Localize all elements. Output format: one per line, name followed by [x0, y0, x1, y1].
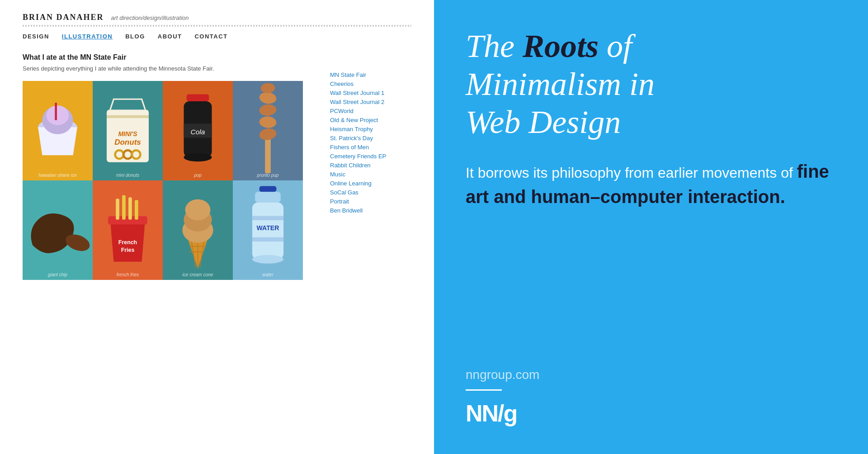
sidebar-nav: MN State Fair Cheerios Wall Street Journ… [330, 53, 411, 280]
sidebar-link-online-learning[interactable]: Online Learning [330, 180, 411, 187]
nav-about[interactable]: ABOUT [158, 33, 182, 40]
sidebar-link-st-patricks[interactable]: St. Patrick's Day [330, 135, 411, 142]
sidebar-link-cemetery[interactable]: Cemetery Friends EP [330, 153, 411, 160]
caption-7: ice cream cone [163, 272, 233, 277]
sidebar-link-wsj1[interactable]: Wall Street Journal 1 [330, 90, 411, 96]
sidebar-link-heisman[interactable]: Heisman Trophy [330, 126, 411, 132]
food-cola: Cola [163, 81, 233, 180]
grid-cell-2: MINI'S Donuts mini donuts [93, 81, 163, 180]
sidebar-link-old-new[interactable]: Old & New Project [330, 117, 411, 123]
svg-rect-27 [122, 195, 126, 220]
title-the: The [466, 28, 523, 64]
svg-rect-43 [252, 237, 283, 241]
food-fries: French Fries [93, 180, 163, 280]
section-desc: Series depicting everything I ate while … [23, 65, 312, 72]
site-name: BRIAN DANAHER [23, 13, 104, 22]
food-water: WATER [233, 180, 303, 280]
svg-rect-23 [108, 216, 147, 225]
sidebar-link-wsj2[interactable]: Wall Street Journal 2 [330, 99, 411, 105]
nav-blog[interactable]: BLOG [125, 33, 145, 40]
food-donuts: MINI'S Donuts [93, 81, 163, 180]
main-content: What I ate at the MN State Fair Series d… [23, 53, 312, 280]
food-ice-cream [163, 180, 233, 280]
svg-point-45 [252, 255, 283, 264]
svg-point-19 [259, 104, 277, 116]
body-text-1: It borrows its philosophy from earlier m… [466, 165, 797, 181]
caption-3: pop [163, 173, 233, 178]
food-shave-ice [23, 81, 93, 180]
caption-4: pronto pup [233, 173, 303, 178]
svg-point-21 [260, 83, 275, 94]
main-nav: DESIGN ILLUSTRATION BLOG ABOUT CONTACT [23, 33, 411, 40]
sidebar-link-pcworld[interactable]: PCWorld [330, 108, 411, 114]
caption-1: hawaiian shave ice [23, 173, 93, 178]
svg-rect-16 [265, 138, 271, 174]
section-title: What I ate at the MN State Fair [23, 53, 312, 61]
content-area: What I ate at the MN State Fair Series d… [0, 53, 434, 280]
site-title-row: BRIAN DANAHER art direction/design/illus… [23, 13, 411, 22]
svg-rect-11 [187, 94, 209, 101]
svg-rect-29 [135, 200, 138, 219]
grid-cell-6: French Fries french fries [93, 180, 163, 280]
caption-6: french fries [93, 272, 163, 277]
nav-design[interactable]: DESIGN [23, 33, 49, 40]
caption-8: water [233, 272, 303, 277]
site-tagline: art direction/design/illustration [111, 14, 189, 21]
svg-point-2 [47, 105, 69, 125]
svg-point-20 [259, 91, 277, 105]
article-footer: nngroup.com NN/g [466, 368, 836, 427]
footer-divider [466, 389, 502, 391]
svg-text:Cola: Cola [191, 128, 205, 136]
sidebar-link-portrait[interactable]: Portrait [330, 198, 411, 205]
caption-2: mini donuts [93, 173, 163, 178]
grid-cell-4: pronto pup [233, 81, 303, 180]
grid-cell-3: Cola pop [163, 81, 233, 180]
svg-point-38 [185, 199, 211, 221]
svg-point-18 [259, 116, 277, 128]
sidebar-link-ben[interactable]: Ben Bridwell [330, 207, 411, 214]
sidebar-link-rabbit[interactable]: Rabbit Children [330, 162, 411, 169]
svg-point-15 [184, 153, 212, 162]
nav-illustration[interactable]: ILLUSTRATION [62, 33, 113, 40]
svg-rect-5 [107, 115, 149, 118]
svg-rect-39 [259, 186, 277, 192]
svg-rect-3 [55, 103, 57, 120]
image-grid: hawaiian shave ice MINI'S Donuts [23, 81, 303, 280]
sidebar-link-mn-state-fair[interactable]: MN State Fair [330, 71, 411, 78]
sidebar-link-music[interactable]: Music [330, 171, 411, 178]
header-divider [23, 25, 411, 27]
right-panel: The Roots ofMinimalism inWeb Design It b… [434, 0, 868, 454]
svg-rect-40 [255, 192, 281, 203]
sidebar-link-socal[interactable]: SoCal Gas [330, 189, 411, 196]
sidebar-link-fishers[interactable]: Fishers of Men [330, 144, 411, 151]
sidebar-link-cheerios[interactable]: Cheerios [330, 80, 411, 87]
svg-rect-28 [128, 197, 132, 220]
food-chip [23, 180, 93, 280]
left-panel: BRIAN DANAHER art direction/design/illus… [0, 0, 434, 454]
nngroup-logo: NN/g [466, 400, 836, 427]
svg-text:WATER: WATER [257, 224, 279, 232]
food-pronto-pup [233, 81, 303, 180]
article-body: It borrows its philosophy from earlier m… [466, 159, 836, 209]
article-title: The Roots ofMinimalism inWeb Design [466, 27, 836, 141]
grid-cell-8: WATER water [233, 180, 303, 280]
grid-cell-7: ice cream cone [163, 180, 233, 280]
svg-text:Donuts: Donuts [114, 138, 141, 147]
article-content: The Roots ofMinimalism inWeb Design It b… [466, 27, 836, 350]
svg-text:French: French [118, 239, 137, 246]
nav-contact[interactable]: CONTACT [194, 33, 227, 40]
grid-cell-1: hawaiian shave ice [23, 81, 93, 180]
site-header: BRIAN DANAHER art direction/design/illus… [0, 0, 434, 40]
svg-text:MINI'S: MINI'S [118, 130, 137, 137]
grid-cell-5: giant chip [23, 180, 93, 280]
svg-point-17 [259, 127, 278, 141]
title-roots: Roots [523, 28, 599, 64]
caption-5: giant chip [23, 272, 93, 277]
svg-rect-42 [252, 216, 283, 220]
nngroup-url: nngroup.com [466, 368, 836, 382]
svg-text:Fries: Fries [121, 247, 135, 253]
svg-rect-26 [116, 199, 119, 220]
